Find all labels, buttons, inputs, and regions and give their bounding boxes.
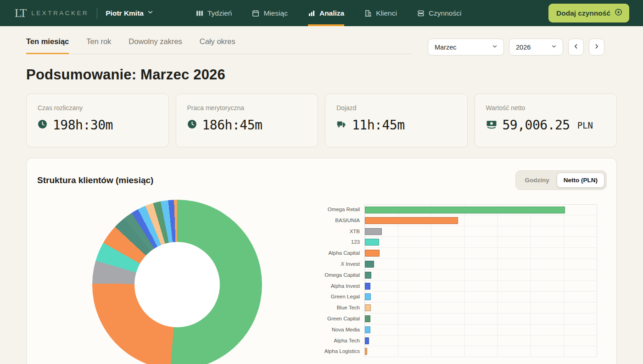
prev-period-button[interactable]: [568, 39, 584, 56]
chevron-down-icon: [147, 9, 154, 17]
bar-category-label: 123: [291, 237, 364, 248]
nav-item-klienci[interactable]: Klienci: [364, 0, 397, 26]
stat-card-dojazd: Dojazd 11h:45m: [325, 94, 468, 147]
bar-track: [364, 291, 597, 302]
bar-row: Alpha Tech: [291, 336, 597, 347]
bar-category-label: Green Capital: [291, 314, 364, 325]
bar[interactable]: [365, 217, 458, 224]
bar-track: [364, 226, 597, 237]
bar-track: [364, 302, 597, 314]
bar-row: Alpha Invest: [291, 281, 597, 292]
banknote-icon: [486, 119, 497, 131]
bar[interactable]: [365, 250, 380, 257]
month-select-value: Marzec: [435, 44, 457, 51]
donut-hole: [134, 242, 220, 327]
bar-row: Alpha Logistics: [291, 346, 597, 357]
plus-circle-icon: [615, 8, 622, 18]
bar[interactable]: [365, 293, 371, 300]
next-period-button[interactable]: [589, 39, 604, 56]
bar[interactable]: [365, 304, 371, 311]
tab-ten-rok[interactable]: Ten rok: [86, 37, 111, 54]
bar[interactable]: [365, 348, 367, 355]
week-columns-icon: [196, 10, 203, 17]
bar-row: Green Legal: [291, 291, 597, 302]
bar-chart: Omega RetailBASIUNIAXTB123Alpha CapitalX…: [291, 204, 597, 357]
chevron-down-icon: [551, 43, 557, 51]
toggle-option-godziny[interactable]: Godziny: [518, 173, 557, 188]
nav-label: Czynności: [429, 9, 462, 17]
bar-category-label: Alpha Invest: [291, 281, 364, 292]
year-select[interactable]: 2026: [509, 39, 563, 56]
user-menu[interactable]: Piotr Kmita: [106, 0, 154, 26]
bar-track: [364, 336, 597, 347]
bar-row: XTB: [291, 226, 597, 237]
stat-value: 59,006.25: [503, 118, 570, 133]
bar[interactable]: [365, 326, 370, 333]
bar-category-label: BASIUNIA: [291, 215, 364, 226]
unit-toggle: Godziny Netto (PLN): [515, 170, 607, 190]
bar-track: [364, 270, 597, 281]
bar-row: Omega Retail: [291, 204, 597, 215]
add-activity-button[interactable]: Dodaj czynność: [548, 4, 629, 22]
nav-label: Miesiąc: [263, 9, 288, 17]
add-activity-label: Dodaj czynność: [556, 9, 610, 17]
bar-category-label: Blue Tech: [291, 302, 364, 314]
stat-label: Praca merytoryczna: [187, 104, 307, 112]
stat-value: 186h:45m: [202, 118, 263, 133]
tab-dowolny-zakres[interactable]: Dowolny zakres: [129, 37, 182, 54]
stat-value: 198h:30m: [53, 118, 113, 133]
stat-unit: PLN: [577, 120, 593, 130]
calendar-icon: [252, 10, 259, 17]
bar-category-label: Nova Media: [291, 325, 364, 336]
period-controls: Marzec 2026: [428, 39, 604, 56]
bar[interactable]: [365, 315, 370, 322]
building-icon: [364, 10, 372, 17]
bar-row: Green Capital: [291, 314, 597, 325]
chevron-left-icon: [573, 43, 579, 51]
donut-chart[interactable]: [92, 200, 262, 364]
truck-icon: [336, 119, 347, 131]
chevron-right-icon: [593, 43, 600, 51]
period-tabs: Ten miesiąc Ten rok Dowolny zakres Cały …: [26, 37, 412, 54]
user-name: Piotr Kmita: [106, 9, 144, 17]
bar-category-label: Alpha Tech: [291, 336, 364, 347]
bar[interactable]: [365, 283, 370, 290]
nav-item-czynnosci[interactable]: Czynności: [417, 0, 462, 26]
stat-card-czas-rozliczany: Czas rozliczany 198h:30m: [26, 94, 169, 147]
bar-track: [364, 314, 597, 325]
nav-item-analiza[interactable]: Analiza: [308, 0, 344, 26]
bar[interactable]: [365, 207, 565, 213]
bar[interactable]: [365, 239, 379, 246]
stat-card-praca-merytoryczna: Praca merytoryczna 186h:45m: [176, 94, 319, 147]
nav-label: Analiza: [319, 9, 344, 17]
bar[interactable]: [365, 228, 382, 235]
bar[interactable]: [365, 337, 369, 344]
stat-value: 11h:45m: [352, 118, 405, 133]
tab-caly-okres[interactable]: Cały okres: [200, 37, 235, 54]
year-select-value: 2026: [516, 44, 531, 51]
nav-item-miesiac[interactable]: Miesiąc: [252, 0, 288, 26]
period-toolbar: Ten miesiąc Ten rok Dowolny zakres Cały …: [0, 37, 643, 54]
toggle-option-netto[interactable]: Netto (PLN): [557, 173, 604, 188]
bar-category-label: Green Legal: [291, 291, 364, 302]
bar[interactable]: [365, 261, 374, 268]
stack-icon: [417, 10, 425, 17]
month-select[interactable]: Marzec: [428, 39, 504, 56]
tab-ten-miesiac[interactable]: Ten miesiąc: [26, 37, 69, 54]
bar-row: Omega Capital: [291, 270, 597, 281]
bar-row: X Invest: [291, 259, 597, 270]
header-divider: [97, 8, 97, 19]
bar-row: Blue Tech: [291, 302, 597, 314]
bar-track: [364, 346, 597, 357]
bar-category-label: X Invest: [291, 259, 364, 270]
stat-card-wartosc-netto: Wartość netto 59,006.25 PLN: [475, 94, 617, 147]
main-nav: Tydzień Miesiąc Analiza Klienci Czynnośc…: [196, 0, 461, 26]
top-header: LT LEXTRACKER Piotr Kmita Tydzień Miesią…: [0, 0, 643, 26]
bar-track: [364, 259, 597, 270]
nav-item-tydzien[interactable]: Tydzień: [196, 0, 232, 26]
bar-row: Alpha Capital: [291, 248, 597, 259]
bar-category-label: Omega Capital: [291, 270, 364, 281]
nav-label: Tydzień: [207, 9, 232, 17]
bar[interactable]: [365, 272, 371, 279]
app-logo[interactable]: LT LEXTRACKER: [15, 0, 89, 26]
